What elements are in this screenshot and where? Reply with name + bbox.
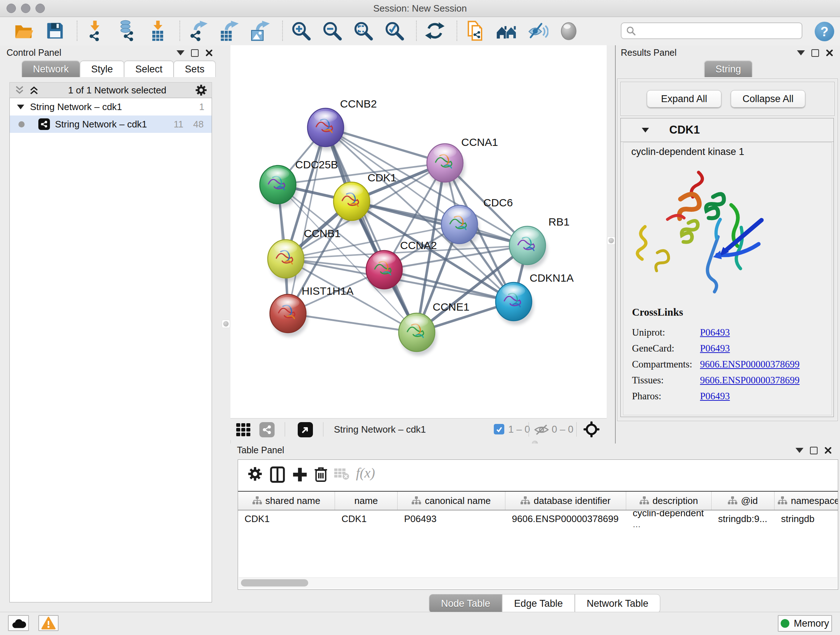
crosslink-label: Tissues: <box>632 375 700 386</box>
grid-view-icon[interactable] <box>236 423 252 437</box>
column-header-database-identifier[interactable]: database identifier <box>505 492 626 510</box>
tab-network[interactable]: Network <box>22 61 80 77</box>
column-header-@id[interactable]: @id <box>712 492 775 510</box>
apply-layout-button[interactable] <box>424 20 446 42</box>
gene-caret-icon[interactable] <box>642 128 649 133</box>
column-header-namespace[interactable]: namespace <box>775 492 838 510</box>
tree-column-icon <box>778 496 787 505</box>
network-collection-row[interactable]: String Network – cdk1 1 <box>10 98 212 116</box>
right-splitter[interactable] <box>607 45 615 443</box>
table-hscrollbar-thumb[interactable] <box>241 579 308 586</box>
table-settings-gear-icon[interactable] <box>248 466 263 483</box>
copy-network-style-button[interactable] <box>464 20 486 42</box>
column-header-description[interactable]: description <box>626 492 712 510</box>
node-label-CCNA2: CCNA2 <box>400 239 437 251</box>
network-node-CCNA2[interactable] <box>366 250 404 293</box>
import-table-button[interactable] <box>147 20 169 42</box>
left-splitter-handle[interactable] <box>222 320 230 328</box>
delete-column-trash-icon[interactable] <box>314 466 328 483</box>
network-node-CDC25B[interactable] <box>260 165 298 208</box>
table-cell: CDK1 <box>335 510 398 527</box>
network-view-share-icon[interactable] <box>259 422 275 437</box>
panel-menu-icon[interactable] <box>796 448 804 453</box>
panel-float-icon[interactable] <box>191 49 199 57</box>
network-list-header: 1 of 1 Network selected <box>9 82 212 98</box>
search-input[interactable] <box>639 25 802 36</box>
panel-close-icon[interactable] <box>205 49 213 57</box>
network-type-icon <box>38 119 50 130</box>
network-node-CCNB2[interactable] <box>308 108 346 150</box>
tab-sets[interactable]: Sets <box>174 61 216 77</box>
network-canvas[interactable]: CCNB2CCNA1CDC25BCDK1CDC6RB1CCNB1CCNA2CDK… <box>231 45 607 418</box>
main-toolbar: ? <box>0 17 840 46</box>
crosslink-pharos[interactable]: P06493 <box>700 391 730 402</box>
warnings-button[interactable] <box>38 615 58 631</box>
add-column-icon[interactable] <box>292 466 308 484</box>
panel-close-icon[interactable] <box>824 447 832 454</box>
table-hscrollbar[interactable] <box>239 578 837 589</box>
panel-float-icon[interactable] <box>812 49 819 57</box>
panel-float-icon[interactable] <box>810 447 818 454</box>
node-table: shared namenamecanonical namedatabase id… <box>238 491 838 527</box>
collection-caret-icon[interactable] <box>17 105 24 109</box>
tab-style[interactable]: Style <box>80 61 124 77</box>
network-node-CDC6[interactable] <box>441 205 479 248</box>
tab-node-table[interactable]: Node Table <box>429 594 502 613</box>
panel-close-icon[interactable] <box>826 49 834 57</box>
import-database-icon <box>116 20 137 42</box>
show-all-button[interactable] <box>558 20 579 42</box>
column-header-name[interactable]: name <box>335 492 398 510</box>
expand-all-button[interactable]: Expand All <box>647 90 722 108</box>
toolbar-separator <box>416 21 417 41</box>
help-button[interactable]: ? <box>815 22 834 41</box>
detach-view-icon[interactable] <box>298 422 313 437</box>
zoom-out-button[interactable] <box>321 20 343 42</box>
network-node-CDK1[interactable] <box>333 182 371 225</box>
string-protein-query-button[interactable] <box>496 20 517 42</box>
birds-eye-icon[interactable] <box>584 421 600 437</box>
network-row-selected[interactable]: String Network – cdk1 11 48 <box>10 116 212 133</box>
show-columns-icon[interactable] <box>270 466 285 484</box>
column-header-canonical-name[interactable]: canonical name <box>398 492 505 510</box>
expand-all-icon[interactable] <box>28 85 39 96</box>
cloud-status-button[interactable] <box>8 615 29 631</box>
import-network-file-button[interactable] <box>85 20 106 42</box>
network-options-gear-icon[interactable] <box>195 84 207 96</box>
crosslink-tissues[interactable]: 9606.ENSP00000378699 <box>700 375 799 386</box>
network-node-CDKN1A[interactable] <box>496 282 534 325</box>
zoom-selected-button[interactable] <box>384 20 405 42</box>
hide-selected-button[interactable] <box>527 20 548 42</box>
open-session-button[interactable] <box>13 20 35 42</box>
zoom-fit-button[interactable] <box>352 20 374 42</box>
export-network-button[interactable] <box>187 20 209 42</box>
panel-menu-icon[interactable] <box>177 50 185 55</box>
network-node-CCNA1[interactable] <box>427 144 465 186</box>
export-table-button[interactable] <box>218 20 240 42</box>
column-header-shared-name[interactable]: shared name <box>238 492 335 510</box>
collapse-all-icon[interactable] <box>14 85 25 96</box>
collapse-all-button[interactable]: Collapse All <box>731 90 805 108</box>
network-node-RB1[interactable] <box>509 226 547 269</box>
tab-select[interactable]: Select <box>124 61 174 77</box>
tree-column-icon <box>639 496 649 505</box>
panel-menu-icon[interactable] <box>797 50 805 55</box>
right-splitter-handle[interactable] <box>607 236 615 245</box>
network-node-HIST1H1A[interactable] <box>270 295 308 337</box>
zoom-in-button[interactable] <box>290 20 312 42</box>
gene-entry-header[interactable]: CDK1 <box>621 119 834 142</box>
crosslink-compartments[interactable]: 9606.ENSP00000378699 <box>700 359 799 370</box>
tab-edge-table[interactable]: Edge Table <box>502 594 575 613</box>
left-splitter[interactable] <box>221 45 231 612</box>
save-session-button[interactable] <box>44 20 66 42</box>
crosslink-uniprot[interactable]: P06493 <box>700 327 730 338</box>
import-network-database-button[interactable] <box>116 20 137 42</box>
crosslink-genecard[interactable]: P06493 <box>700 343 730 354</box>
selected-checkbox-icon[interactable] <box>494 424 504 434</box>
tab-string[interactable]: String <box>704 61 752 77</box>
memory-button[interactable]: Memory <box>778 615 832 632</box>
table-row[interactable]: CDK1CDK1P064939606.ENSP00000378699cyclin… <box>238 510 838 527</box>
tab-network-table[interactable]: Network Table <box>575 594 660 613</box>
export-image-button[interactable] <box>249 20 271 42</box>
view-dot-icon <box>19 121 25 127</box>
tree-column-icon <box>521 496 530 505</box>
